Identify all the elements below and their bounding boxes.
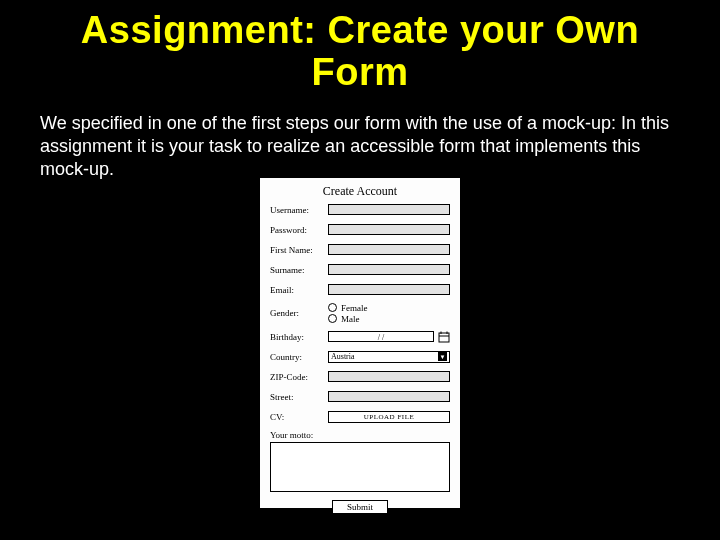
- submit-button[interactable]: Submit: [332, 500, 388, 514]
- input-password[interactable]: [328, 224, 450, 235]
- row-gender: Gender: Female Male: [270, 303, 450, 324]
- label-username: Username:: [270, 205, 328, 215]
- row-country: Country: Austria ▼: [270, 350, 450, 364]
- birthday-group: / /: [328, 331, 450, 343]
- mockup-title: Create Account: [270, 184, 450, 199]
- chevron-down-icon: ▼: [438, 352, 447, 361]
- radio-female-label: Female: [341, 303, 368, 313]
- svg-rect-0: [439, 333, 449, 342]
- select-country[interactable]: Austria ▼: [328, 351, 450, 363]
- slide-title: Assignment: Create your Own Form: [40, 10, 680, 94]
- radio-icon: [328, 314, 337, 323]
- row-surname: Surname:: [270, 263, 450, 277]
- row-birthday: Birthday: / /: [270, 330, 450, 344]
- row-password: Password:: [270, 223, 450, 237]
- form-mockup: Create Account Username: Password: First…: [260, 178, 460, 508]
- row-street: Street:: [270, 390, 450, 404]
- input-surname[interactable]: [328, 264, 450, 275]
- radio-male-label: Male: [341, 314, 360, 324]
- label-password: Password:: [270, 225, 328, 235]
- textarea-motto[interactable]: [270, 442, 450, 492]
- label-cv: CV:: [270, 412, 328, 422]
- label-email: Email:: [270, 285, 328, 295]
- row-email: Email:: [270, 283, 450, 297]
- select-country-value: Austria: [331, 352, 355, 361]
- label-firstname: First Name:: [270, 245, 328, 255]
- upload-button[interactable]: UPLOAD FILE: [328, 411, 450, 423]
- row-username: Username:: [270, 203, 450, 217]
- radio-male[interactable]: Male: [328, 314, 450, 324]
- gender-radio-group: Female Male: [328, 303, 450, 324]
- calendar-icon[interactable]: [438, 331, 450, 343]
- radio-icon: [328, 303, 337, 312]
- slide: Assignment: Create your Own Form We spec…: [0, 0, 720, 540]
- input-birthday[interactable]: / /: [328, 331, 434, 342]
- input-street[interactable]: [328, 391, 450, 402]
- row-zip: ZIP-Code:: [270, 370, 450, 384]
- input-zip[interactable]: [328, 371, 450, 382]
- label-street: Street:: [270, 392, 328, 402]
- label-gender: Gender:: [270, 308, 328, 318]
- radio-female[interactable]: Female: [328, 303, 450, 313]
- row-cv: CV: UPLOAD FILE: [270, 410, 450, 424]
- slide-body-text: We specified in one of the first steps o…: [40, 112, 680, 182]
- label-country: Country:: [270, 352, 328, 362]
- input-email[interactable]: [328, 284, 450, 295]
- input-username[interactable]: [328, 204, 450, 215]
- label-surname: Surname:: [270, 265, 328, 275]
- label-motto: Your motto:: [270, 430, 450, 440]
- mockup-container: Create Account Username: Password: First…: [40, 178, 680, 508]
- row-firstname: First Name:: [270, 243, 450, 257]
- input-firstname[interactable]: [328, 244, 450, 255]
- label-birthday: Birthday:: [270, 332, 328, 342]
- submit-wrap: Submit: [270, 500, 450, 514]
- label-zip: ZIP-Code:: [270, 372, 328, 382]
